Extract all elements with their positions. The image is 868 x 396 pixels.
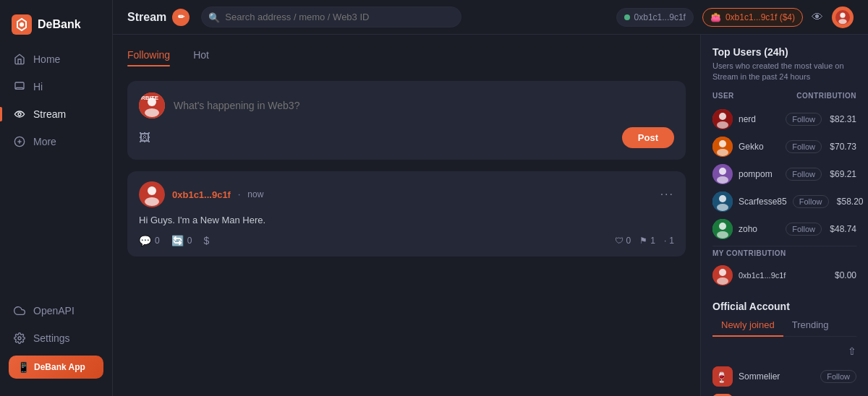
search-wrap: 🔍 xyxy=(201,7,461,27)
sidebar-item-settings[interactable]: Settings xyxy=(6,325,106,351)
svg-point-34 xyxy=(719,269,726,276)
svg-text:🍷: 🍷 xyxy=(715,371,728,384)
sidebar-item-hi-label: Hi xyxy=(33,81,43,92)
user-name-zoho: zoho xyxy=(739,224,780,234)
post-actions-right: 🛡 0 ⚑ 1 · 1 xyxy=(615,236,674,246)
comment-action[interactable]: 💬 0 xyxy=(139,235,160,246)
user-name-gekko: Gekko xyxy=(739,142,780,152)
sidebar: DeBank Home Hi xyxy=(0,0,113,396)
tab-newly-joined[interactable]: Newly joined xyxy=(712,315,783,336)
logo[interactable]: DeBank xyxy=(0,9,112,46)
sidebar-item-hi[interactable]: Hi xyxy=(6,74,106,100)
main-content: Stream ✏ 🔍 0xb1c1...9c1f 👛 0xb1c1...9c1f… xyxy=(113,0,868,396)
address-badge-2[interactable]: 👛 0xb1c1...9c1f ($4) xyxy=(702,8,803,27)
share-icon[interactable]: ⇧ xyxy=(848,345,856,357)
user-row-zoho: zoho Follow $48.74 xyxy=(712,215,856,243)
svg-point-29 xyxy=(717,204,728,211)
stream-icon xyxy=(13,108,26,121)
svg-point-19 xyxy=(719,113,726,120)
content-area: Following Hot RBITE xyxy=(113,35,868,396)
follow-btn-nerd[interactable]: Follow xyxy=(786,113,822,126)
svg-point-25 xyxy=(719,168,726,175)
user-avatar-scarfesse xyxy=(712,191,733,212)
retweet-action[interactable]: 🔄 0 xyxy=(171,235,192,246)
svg-point-20 xyxy=(717,121,728,129)
settings-icon xyxy=(13,332,26,345)
post-author[interactable]: 0xb1c1...9c1f xyxy=(172,189,231,200)
sidebar-item-more-label: More xyxy=(33,136,56,147)
more-icon xyxy=(13,135,26,148)
address-2-text: 0xb1c1...9c1f ($4) xyxy=(726,12,795,22)
post-more-button[interactable]: ··· xyxy=(660,188,674,201)
edit-button[interactable]: ✏ xyxy=(172,9,190,26)
user-row-gekko: Gekko Follow $70.73 xyxy=(712,133,856,160)
user-amount-zoho: $48.74 xyxy=(827,224,856,234)
svg-point-28 xyxy=(719,195,726,202)
tab-following[interactable]: Following xyxy=(127,49,170,66)
sidebar-item-stream-label: Stream xyxy=(33,108,66,120)
header-right: 0xb1c1...9c1f 👛 0xb1c1...9c1f ($4) 👁 xyxy=(616,7,854,28)
edit-icon: ✏ xyxy=(178,12,184,22)
comment-icon: 💬 xyxy=(139,235,151,246)
svg-point-13 xyxy=(145,108,159,117)
official-title: Official Account xyxy=(712,301,856,312)
official-name-sommelier: Sommelier xyxy=(739,371,814,382)
post-time: now xyxy=(247,189,263,199)
svg-point-16 xyxy=(148,186,156,195)
sidebar-item-stream[interactable]: Stream xyxy=(6,101,106,127)
score-right: ⚑ 1 xyxy=(639,236,655,246)
compose-input[interactable] xyxy=(174,100,674,111)
my-contribution-address: 0xb1c1...9c1f xyxy=(739,271,822,280)
svg-point-7 xyxy=(18,337,21,340)
col-contribution-label: CONTRIBUTION xyxy=(796,92,856,100)
post-dot: · xyxy=(238,189,240,199)
user-name-scarfesse: Scarfesse85 xyxy=(739,197,787,207)
user-row-scarfesse: Scarfesse85 Follow $58.20 xyxy=(712,188,856,215)
divider xyxy=(712,246,856,246)
sidebar-item-more[interactable]: More xyxy=(6,129,106,155)
svg-point-31 xyxy=(719,223,726,230)
user-name-nerd: nerd xyxy=(739,114,780,124)
top-users-subtitle: Users who created the most value on Stre… xyxy=(712,61,856,83)
follow-btn-pompom[interactable]: Follow xyxy=(786,168,822,181)
sidebar-item-openapi[interactable]: OpenAPI xyxy=(6,298,106,324)
avatar[interactable] xyxy=(832,7,854,28)
dot-count: 1 xyxy=(669,236,674,246)
svg-text:RBITE: RBITE xyxy=(141,95,159,101)
wallet-icon: 👛 xyxy=(710,12,721,22)
home-icon xyxy=(13,53,26,66)
shield-icon: 🛡 xyxy=(615,236,624,246)
follow-btn-zoho[interactable]: Follow xyxy=(786,223,822,236)
debank-app-label: DeBank App xyxy=(34,362,85,372)
official-section: Official Account Newly joined Trending ⇧ xyxy=(712,301,856,396)
official-avatar-sommelier: 🍷 xyxy=(712,366,733,387)
sidebar-item-home[interactable]: Home xyxy=(6,46,106,72)
official-header-row: ⇧ xyxy=(712,345,856,357)
retweet-icon: 🔄 xyxy=(171,235,184,246)
eye-icon[interactable]: 👁 xyxy=(812,11,823,24)
image-icon[interactable]: 🖼 xyxy=(139,132,150,145)
debank-app-button[interactable]: 📱 DeBank App xyxy=(9,356,103,379)
address-badge-1[interactable]: 0xb1c1...9c1f xyxy=(616,8,694,27)
sidebar-item-openapi-label: OpenAPI xyxy=(33,305,75,317)
tip-action[interactable]: $ xyxy=(203,235,209,246)
post-actions: 💬 0 🔄 0 $ 🛡 0 xyxy=(139,235,674,246)
tab-hot[interactable]: Hot xyxy=(193,49,209,66)
compose-bottom: 🖼 Post xyxy=(139,127,674,148)
follow-btn-gekko[interactable]: Follow xyxy=(786,140,822,153)
flag-icon: ⚑ xyxy=(639,236,647,246)
my-contribution-row: 0xb1c1...9c1f $0.00 xyxy=(712,262,856,289)
feed-tabs: Following Hot xyxy=(127,49,686,66)
post-button[interactable]: Post xyxy=(622,127,674,148)
post-avatar xyxy=(139,181,165,207)
official-tabs: Newly joined Trending xyxy=(712,315,856,337)
tab-trending[interactable]: Trending xyxy=(783,315,838,336)
follow-btn-scarfesse[interactable]: Follow xyxy=(793,195,829,208)
official-user-sommelier: 🍷 Sommelier Follow xyxy=(712,363,856,390)
post-compose: RBITE 🖼 Post xyxy=(127,81,686,160)
search-input[interactable] xyxy=(201,7,461,27)
user-name-pompom: pompom xyxy=(739,169,780,179)
logo-text: DeBank xyxy=(38,18,81,31)
follow-btn-sommelier[interactable]: Follow xyxy=(820,370,856,383)
sidebar-item-home-label: Home xyxy=(33,53,60,65)
